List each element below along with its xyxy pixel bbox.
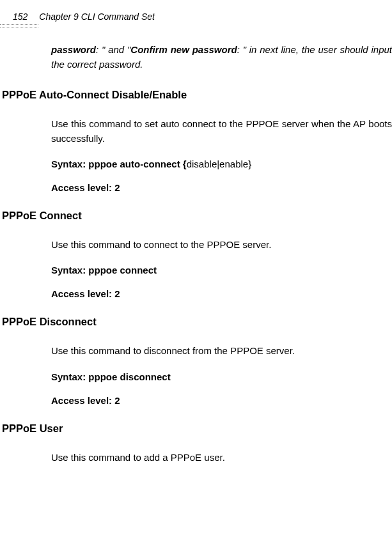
section-desc: Use this command to connect to the PPPOE…: [51, 237, 392, 252]
intro-bold-1: password: [51, 44, 96, 55]
header-decoration: [0, 24, 38, 31]
syntax-line: Syntax: pppoe connect: [51, 265, 392, 275]
main-content: password: " and "Confirm new password: "…: [51, 42, 392, 465]
section-title-user: PPPoE User: [0, 422, 392, 435]
section-title-connect: PPPoE Connect: [0, 210, 392, 222]
access-level: Access level: 2: [51, 288, 392, 299]
chapter-title: Chapter 9 CLI Command Set: [39, 12, 155, 22]
access-level: Access level: 2: [51, 182, 392, 193]
section-title-auto-connect: PPPoE Auto-Connect Disable/Enable: [0, 89, 392, 101]
syntax-label: Syntax: pppoe connect: [51, 265, 157, 275]
intro-text-1: : " and ": [96, 44, 130, 55]
syntax-label: Syntax: pppoe disconnect: [51, 371, 171, 382]
syntax-line: Syntax: pppoe disconnect: [51, 371, 392, 382]
section-desc: Use this command to set auto connect to …: [51, 116, 392, 146]
syntax-label: Syntax: pppoe auto-connect {: [51, 159, 187, 169]
intro-bold-2: Confirm new password: [130, 44, 237, 55]
syntax-line: Syntax: pppoe auto-connect {disable|enab…: [51, 159, 392, 169]
section-desc: Use this command to add a PPPoE user.: [51, 450, 392, 465]
section-title-disconnect: PPPoE Disconnect: [0, 316, 392, 328]
access-level: Access level: 2: [51, 395, 392, 406]
syntax-args: disable|enable}: [187, 159, 251, 169]
intro-paragraph: password: " and "Confirm new password: "…: [51, 42, 392, 72]
page-number: 152: [13, 12, 27, 22]
page-header: 152 Chapter 9 CLI Command Set: [13, 12, 155, 22]
section-desc: Use this command to disconnect from the …: [51, 343, 392, 358]
